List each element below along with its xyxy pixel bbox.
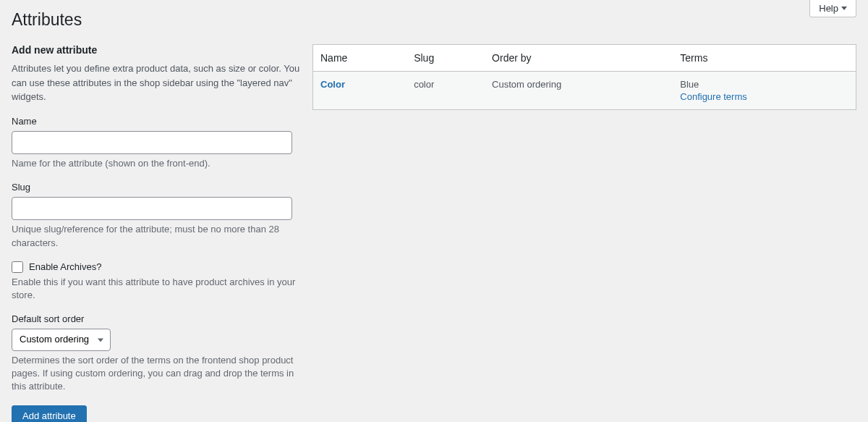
slug-field-row: Slug Unique slug/reference for the attri… bbox=[12, 182, 301, 250]
archives-checkbox[interactable] bbox=[12, 261, 23, 273]
sort-label: Default sort order bbox=[12, 313, 301, 324]
configure-terms-link[interactable]: Configure terms bbox=[680, 91, 848, 102]
page-title: Attributes bbox=[12, 0, 856, 37]
table-row: Color color Custom ordering Blue Configu… bbox=[313, 72, 856, 110]
archives-help: Enable this if you want this attribute t… bbox=[12, 276, 301, 302]
sort-field-row: Default sort order Custom ordering Deter… bbox=[12, 313, 301, 393]
attributes-table: Name Slug Order by Terms Color color Cus… bbox=[312, 44, 856, 110]
th-slug[interactable]: Slug bbox=[407, 45, 485, 72]
main-layout: Add new attribute Attributes let you def… bbox=[12, 44, 856, 422]
attributes-table-container: Name Slug Order by Terms Color color Cus… bbox=[312, 44, 856, 422]
cell-slug: color bbox=[407, 72, 485, 110]
terms-text: Blue bbox=[680, 79, 699, 90]
name-help: Name for the attribute (shown on the fro… bbox=[12, 157, 301, 170]
slug-input[interactable] bbox=[12, 197, 292, 220]
name-label: Name bbox=[12, 116, 301, 127]
archives-field-row: Enable Archives? Enable this if you want… bbox=[12, 261, 301, 302]
th-terms[interactable]: Terms bbox=[673, 45, 856, 72]
caret-down-icon bbox=[841, 7, 847, 10]
add-attribute-button[interactable]: Add attribute bbox=[12, 405, 87, 422]
th-name[interactable]: Name bbox=[313, 45, 407, 72]
table-header-row: Name Slug Order by Terms bbox=[313, 45, 856, 72]
slug-help: Unique slug/reference for the attribute;… bbox=[12, 223, 301, 249]
add-attribute-form: Add new attribute Attributes let you def… bbox=[12, 44, 301, 422]
help-label: Help bbox=[819, 3, 838, 14]
cell-terms: Blue Configure terms bbox=[673, 72, 856, 110]
attribute-name-link[interactable]: Color bbox=[320, 79, 345, 90]
help-tab[interactable]: Help bbox=[809, 0, 856, 17]
form-heading: Add new attribute bbox=[12, 44, 301, 56]
sort-help: Determines the sort order of the terms o… bbox=[12, 354, 301, 394]
slug-label: Slug bbox=[12, 182, 301, 193]
cell-name: Color bbox=[313, 72, 407, 110]
form-intro: Attributes let you define extra product … bbox=[12, 62, 301, 104]
archives-label: Enable Archives? bbox=[29, 261, 101, 272]
th-orderby[interactable]: Order by bbox=[485, 45, 673, 72]
name-field-row: Name Name for the attribute (shown on th… bbox=[12, 116, 301, 171]
cell-orderby: Custom ordering bbox=[485, 72, 673, 110]
sort-select-wrap: Custom ordering bbox=[12, 329, 111, 351]
archives-checkbox-row: Enable Archives? bbox=[12, 261, 301, 273]
name-input[interactable] bbox=[12, 131, 292, 154]
sort-select[interactable]: Custom ordering bbox=[12, 329, 111, 351]
